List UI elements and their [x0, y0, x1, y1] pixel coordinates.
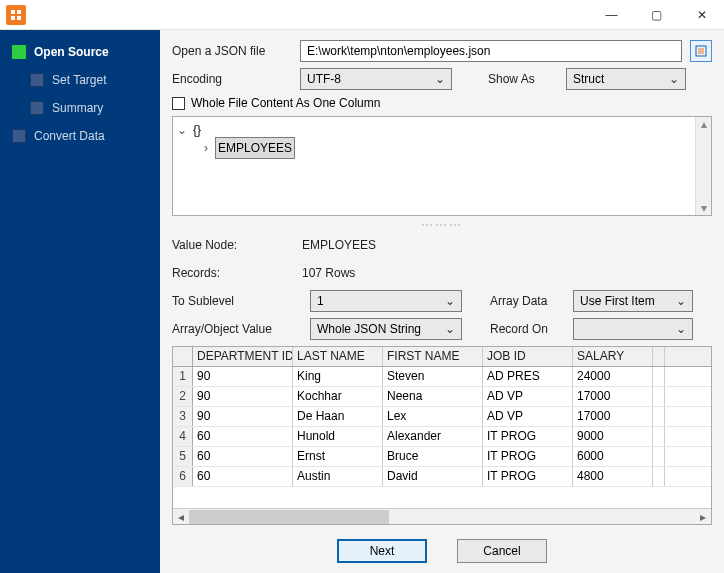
cell: Neena — [383, 387, 483, 406]
row-number: 1 — [173, 367, 193, 386]
records-label: Records: — [172, 266, 302, 280]
chevron-down-icon: ⌄ — [445, 294, 455, 308]
recordon-label: Record On — [490, 322, 565, 336]
col-salary[interactable]: SALARY — [573, 347, 653, 366]
cell: 90 — [193, 407, 293, 426]
tree-node-employees[interactable]: EMPLOYEES — [215, 137, 295, 159]
cell-overflow — [653, 367, 665, 386]
titlebar: — ▢ ✕ — [0, 0, 724, 30]
step-label: Convert Data — [34, 129, 105, 143]
recordon-select[interactable]: ⌄ — [573, 318, 693, 340]
arraydata-label: Array Data — [490, 294, 565, 308]
wizard-sidebar: Open Source Set Target Summary Convert D… — [0, 30, 160, 573]
json-tree[interactable]: ⌄{} ›EMPLOYEES ▴▾ — [172, 116, 712, 216]
scroll-right-icon[interactable]: ▸ — [695, 510, 711, 524]
showas-label: Show As — [488, 72, 558, 86]
step-summary[interactable]: Summary — [0, 94, 160, 122]
tree-scrollbar[interactable]: ▴▾ — [695, 117, 711, 215]
svg-rect-3 — [17, 16, 21, 20]
step-convert-data[interactable]: Convert Data — [0, 122, 160, 150]
showas-select[interactable]: Struct⌄ — [566, 68, 686, 90]
col-department-id[interactable]: DEPARTMENT ID — [193, 347, 293, 366]
arraydata-select[interactable]: Use First Item⌄ — [573, 290, 693, 312]
records-value: 107 Rows — [302, 266, 355, 280]
cell: IT PROG — [483, 467, 573, 486]
row-number: 5 — [173, 447, 193, 466]
grid-body[interactable]: 190KingStevenAD PRES24000290KochharNeena… — [173, 367, 711, 508]
cell: Alexander — [383, 427, 483, 446]
col-last-name[interactable]: LAST NAME — [293, 347, 383, 366]
cell-overflow — [653, 447, 665, 466]
expand-icon[interactable]: › — [201, 141, 211, 155]
cell-overflow — [653, 407, 665, 426]
preview-grid: DEPARTMENT ID LAST NAME FIRST NAME JOB I… — [172, 346, 712, 525]
encoding-label: Encoding — [172, 72, 292, 86]
open-file-label: Open a JSON file — [172, 44, 292, 58]
step-open-source[interactable]: Open Source — [0, 38, 160, 66]
encoding-select[interactable]: UTF-8⌄ — [300, 68, 452, 90]
step-label: Summary — [52, 101, 103, 115]
chevron-down-icon: ⌄ — [435, 72, 445, 86]
row-number: 4 — [173, 427, 193, 446]
sublevel-select[interactable]: 1⌄ — [310, 290, 462, 312]
table-row[interactable]: 190KingStevenAD PRES24000 — [173, 367, 711, 387]
col-job-id[interactable]: JOB ID — [483, 347, 573, 366]
svg-rect-0 — [11, 10, 15, 14]
table-row[interactable]: 460HunoldAlexanderIT PROG9000 — [173, 427, 711, 447]
cell: 60 — [193, 427, 293, 446]
table-row[interactable]: 390De HaanLexAD VP17000 — [173, 407, 711, 427]
cell: IT PROG — [483, 427, 573, 446]
cell: 90 — [193, 387, 293, 406]
cell: Austin — [293, 467, 383, 486]
arrobj-select[interactable]: Whole JSON String⌄ — [310, 318, 462, 340]
cell: 60 — [193, 447, 293, 466]
cell: 60 — [193, 467, 293, 486]
scroll-thumb[interactable] — [189, 510, 389, 524]
checkbox-box — [172, 97, 185, 110]
cell: 17000 — [573, 407, 653, 426]
cell: Steven — [383, 367, 483, 386]
cell-overflow — [653, 467, 665, 486]
sublevel-label: To Sublevel — [172, 294, 302, 308]
cell-overflow — [653, 427, 665, 446]
chevron-down-icon: ⌄ — [445, 322, 455, 336]
col-overflow — [653, 347, 665, 366]
next-button[interactable]: Next — [337, 539, 427, 563]
table-row[interactable]: 660AustinDavidIT PROG4800 — [173, 467, 711, 487]
file-path-input[interactable] — [300, 40, 682, 62]
splitter[interactable]: ⋯⋯⋯ — [172, 222, 712, 228]
svg-rect-2 — [11, 16, 15, 20]
svg-rect-1 — [17, 10, 21, 14]
row-header-corner — [173, 347, 193, 366]
scroll-left-icon[interactable]: ◂ — [173, 510, 189, 524]
grid-hscroll[interactable]: ◂ ▸ — [173, 508, 711, 524]
col-first-name[interactable]: FIRST NAME — [383, 347, 483, 366]
close-button[interactable]: ✕ — [679, 0, 724, 30]
cell-overflow — [653, 387, 665, 406]
row-number: 3 — [173, 407, 193, 426]
cell: 6000 — [573, 447, 653, 466]
value-node-label: Value Node: — [172, 238, 302, 252]
chevron-down-icon: ⌄ — [676, 322, 686, 336]
whole-file-checkbox[interactable]: Whole File Content As One Column — [172, 96, 712, 110]
row-number: 6 — [173, 467, 193, 486]
cell: 9000 — [573, 427, 653, 446]
cell: Ernst — [293, 447, 383, 466]
cell: 24000 — [573, 367, 653, 386]
cancel-button[interactable]: Cancel — [457, 539, 547, 563]
app-icon — [6, 5, 26, 25]
row-number: 2 — [173, 387, 193, 406]
cell: King — [293, 367, 383, 386]
table-row[interactable]: 560ErnstBruceIT PROG6000 — [173, 447, 711, 467]
table-row[interactable]: 290KochharNeenaAD VP17000 — [173, 387, 711, 407]
minimize-button[interactable]: — — [589, 0, 634, 30]
browse-button[interactable] — [690, 40, 712, 62]
cell: 4800 — [573, 467, 653, 486]
step-set-target[interactable]: Set Target — [0, 66, 160, 94]
collapse-icon[interactable]: ⌄ — [177, 123, 187, 137]
tree-root[interactable]: {} — [191, 123, 203, 137]
cell: De Haan — [293, 407, 383, 426]
step-label: Set Target — [52, 73, 106, 87]
maximize-button[interactable]: ▢ — [634, 0, 679, 30]
cell: AD PRES — [483, 367, 573, 386]
